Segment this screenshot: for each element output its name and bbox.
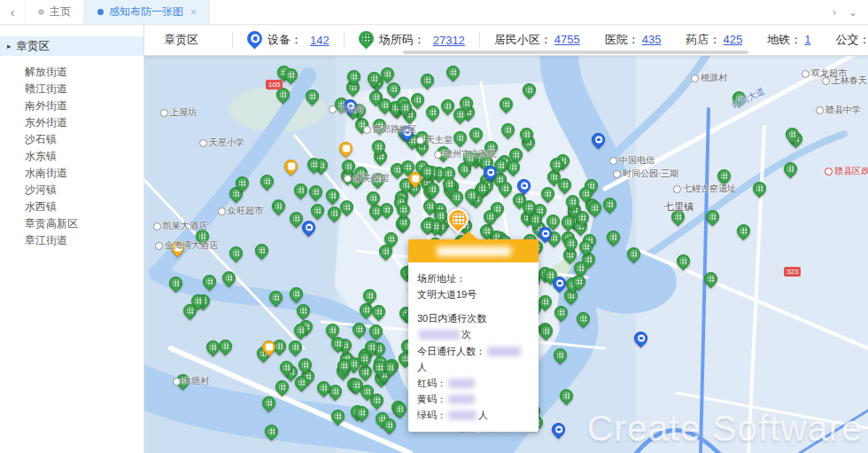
stat-value-link[interactable]: 1 (804, 33, 810, 46)
stats-scrollbar-thumb[interactable] (403, 51, 748, 54)
popup-stat-suffix: 人 (478, 410, 488, 420)
stat-label: 医院： (605, 33, 639, 46)
tab-perception-map[interactable]: 感知布防一张图 × (84, 0, 210, 24)
expand-arrow-icon: ▸ (7, 42, 12, 51)
tab-dot-icon (38, 9, 44, 15)
stat-label: 药店： (686, 33, 720, 46)
sidebar-street-item[interactable]: 解放街道 (0, 64, 143, 81)
poi-category-icon (673, 185, 681, 193)
poi-category-icon (160, 109, 168, 117)
region-name: 章贡区 (164, 32, 198, 48)
popup-stat-label: 红码： (417, 378, 446, 388)
tabs-back-icon[interactable]: ‹ (0, 0, 25, 24)
sidebar-street-list: 解放街道赣江街道南外街道东外街道沙石镇水东镇水南街道沙河镇水西镇章贡高新区章江街… (0, 56, 143, 249)
sidebar-street-item[interactable]: 沙石镇 (0, 131, 143, 148)
map-poi-label: 健美操馆 (344, 172, 389, 184)
stat-item: 居民小区：4755 (494, 32, 580, 48)
tab-bar: ‹ 主页 感知布防一张图 × › ⌄ (0, 0, 868, 25)
map-poi-label: 西郊路社区 (363, 123, 417, 136)
sidebar-root-label: 章贡区 (17, 39, 50, 54)
stat-item: 地铁：1 (767, 32, 810, 48)
stat-value-link[interactable]: 142 (310, 34, 329, 47)
device-pin-icon (247, 31, 262, 50)
sidebar-street-item[interactable]: 章江街道 (0, 232, 143, 249)
poi-category-icon (416, 137, 424, 144)
poi-category-icon (199, 139, 207, 147)
redacted-value (419, 330, 460, 340)
tabs-forward-icon[interactable]: › (833, 6, 836, 19)
divider (232, 33, 233, 47)
poi-category-icon (344, 175, 352, 183)
sidebar-street-item[interactable]: 水南街道 (0, 165, 143, 182)
pin-stat: 场所码：27312 (359, 31, 465, 50)
stat-label: 居民小区： (494, 33, 552, 46)
map-poi-label: 桃源村 (691, 72, 727, 84)
divider (479, 33, 480, 47)
poi-category-icon (434, 151, 442, 159)
redacted-value (448, 379, 475, 388)
stat-value-link[interactable]: 425 (723, 33, 742, 46)
district-sidebar: ▸ 章贡区 解放街道赣江街道南外街道东外街道沙石镇水东镇水南街道沙河镇水西镇章贡… (0, 25, 144, 453)
map-poi-label: 凯莱大酒店 (153, 220, 207, 232)
tab-close-icon[interactable]: × (190, 6, 197, 19)
stat-label: 公交： (835, 33, 868, 46)
stat-value-link[interactable]: 4755 (554, 33, 580, 46)
poi-category-icon (691, 74, 699, 82)
popup-stat-suffix: 人 (417, 362, 427, 372)
map-poi-label: 天主堂 (416, 134, 453, 146)
map-poi-label: 江心寺 (329, 103, 365, 115)
sidebar-street-item[interactable]: 南外街道 (0, 98, 143, 114)
sidebar-street-item[interactable]: 赣江街道 (0, 81, 143, 98)
sidebar-street-item[interactable]: 水东镇 (0, 148, 143, 165)
map-poi-label: 大塘村 (173, 375, 209, 387)
popup-stat-row: 今日通行人数：人 (417, 343, 530, 375)
sidebar-street-item[interactable]: 沙河镇 (0, 182, 143, 199)
site-code-pin-icon (359, 31, 374, 50)
redacted-value (487, 347, 521, 356)
popup-title-redacted (437, 246, 511, 256)
popup-stat-label: 30日内通行次数 (417, 313, 486, 324)
tab-dot-icon (97, 9, 104, 15)
stat-value-link[interactable]: 27312 (433, 34, 465, 47)
poi-category-icon (816, 106, 824, 114)
poi-category-icon (173, 378, 181, 386)
site-info-popup: 场所地址： 文明大道19号 30日内通行次数次今日通行人数：人红码：黄码：绿码：… (408, 239, 539, 432)
popup-stat-row: 红码： (417, 375, 530, 391)
poi-category-icon (329, 105, 337, 113)
road-number-badge: 323 (784, 267, 801, 277)
sidebar-street-item[interactable]: 水西镇 (0, 199, 143, 215)
sidebar-street-item[interactable]: 东外街道 (0, 114, 143, 131)
pin-stats-group: 设备：142场所码：27312 (247, 31, 494, 50)
poi-category-icon (825, 168, 833, 176)
map-poi-label: 上屋坊 (160, 106, 197, 119)
poi-category-icon (363, 126, 371, 134)
redacted-value (448, 410, 477, 420)
map-poi-label: 赣县中学 (816, 104, 861, 116)
popup-stat-label: 绿码： (417, 410, 446, 420)
poi-category-icon (822, 77, 830, 85)
sidebar-street-item[interactable]: 章贡高新区 (0, 215, 143, 232)
map-town-label: 七里镇 (664, 200, 694, 214)
map-poi-label: 七鲤古窑遗址 (673, 183, 736, 195)
map-canvas[interactable]: 上屋坊天星小学众旺超市凯莱大酒店金海湾大酒店大塘村江心寺西郊路社区天主堂赣州市立… (144, 56, 868, 453)
tab-perception-map-label: 感知布防一张图 (109, 4, 183, 20)
map-poi-label: 上林春天 (822, 74, 867, 87)
tabs-menu-icon[interactable]: ⌄ (849, 6, 857, 19)
tab-home[interactable]: 主页 (25, 0, 84, 24)
sidebar-root-district[interactable]: ▸ 章贡区 (0, 36, 143, 56)
poi-category-icon (153, 223, 161, 230)
stat-label: 设备： (267, 32, 302, 48)
popup-stat-row: 30日内通行次数次 (417, 310, 530, 342)
popup-stat-row: 绿码：人 (417, 407, 530, 423)
stats-bar: 章贡区 设备：142场所码：27312 居民小区：4755医院：435药店：42… (144, 25, 868, 56)
map-poi-label: 众旺超市 (218, 205, 263, 217)
plain-stats-group: 居民小区：4755医院：435药店：425地铁：1公交：28机场（候机厅）：4车… (494, 32, 868, 48)
popup-header (408, 239, 539, 262)
map-poi-label: 天星小学 (199, 137, 244, 149)
stat-item: 药店：425 (686, 32, 742, 48)
road-number-badge: 105 (266, 80, 283, 90)
poi-category-icon (218, 207, 226, 215)
stat-label: 场所码： (379, 32, 425, 48)
popup-stat-row: 黄码： (417, 391, 530, 407)
stat-value-link[interactable]: 435 (642, 33, 662, 46)
